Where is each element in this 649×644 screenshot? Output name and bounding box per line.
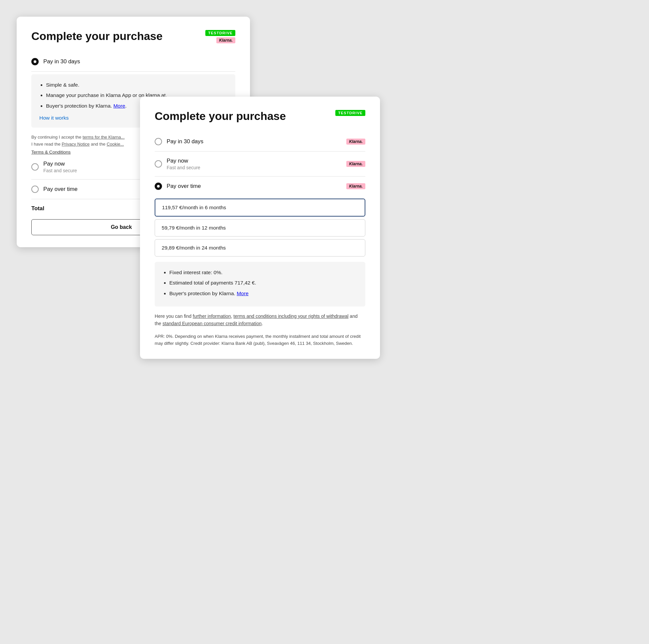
radio-payovertime-back[interactable] [31,186,39,193]
terms-conditions-withdrawal-link[interactable]: terms and conditions including your righ… [233,314,348,319]
bullet-interest: Fixed interest rate: 0%. [169,269,357,276]
klarna-logo-payovertime: Klarna. [346,183,365,189]
payovertime-bullet-list: Fixed interest rate: 0%. Estimated total… [163,269,357,297]
radio-pay30-front[interactable] [155,138,162,145]
testdrive-badge-front: TESTDRIVE [335,110,365,116]
consumer-credit-link[interactable]: standard European consumer credit inform… [162,321,261,326]
plan-option-6months[interactable]: 119,57 €/month in 6 months [155,198,365,217]
terms-klarna-link[interactable]: terms for the Klarna... [83,135,125,140]
plan-option-12months[interactable]: 59,79 €/month in 12 months [155,219,365,236]
bullet-total: Estimated total of payments 717,42 €. [169,279,357,286]
option-pay30-back[interactable]: Pay in 30 days [31,52,235,72]
option-paynow-back-content: Pay now Fast and secure [43,160,77,173]
back-card-badge-row: TESTDRIVE Klarna. [205,30,235,43]
plan-options: 119,57 €/month in 6 months 59,79 €/month… [155,198,365,257]
bullet-protection: Buyer's protection by Klarna. More [169,289,357,297]
option-payovertime-front[interactable]: Pay over time Klarna. [155,177,365,196]
option-pay30-front[interactable]: Pay in 30 days Klarna. [155,132,365,151]
radio-pay30-back[interactable] [31,58,39,65]
further-info-text: Here you can find further information, t… [155,313,365,327]
radio-paynow-front[interactable] [155,160,162,168]
payovertime-front-content: Pay over time [167,183,342,190]
cookie-link[interactable]: Cookie... [107,142,124,147]
testdrive-badge: TESTDRIVE [205,30,235,36]
front-card-badge-row: TESTDRIVE [335,110,365,116]
plan-option-24months[interactable]: 29,89 €/month in 24 months [155,239,365,257]
privacy-link[interactable]: Privacy Notice [62,142,90,147]
more-link-front[interactable]: More [237,290,248,296]
apr-text: APR: 0%. Depending on when Klarna receiv… [155,333,365,347]
front-card: Complete your purchase TESTDRIVE Pay in … [140,97,380,359]
how-it-works-link[interactable]: How it works [39,115,69,121]
paynow-front-content: Pay now Fast and secure [167,157,342,170]
more-link-back[interactable]: More [113,103,125,108]
radio-paynow-back[interactable] [31,163,39,171]
klarna-logo-paynow: Klarna. [346,161,365,167]
front-card-title: Complete your purchase [155,110,365,123]
radio-payovertime-front[interactable] [155,183,162,190]
back-card-title: Complete your purchase [31,30,235,43]
option-pay30-back-label: Pay in 30 days [43,58,80,65]
klarna-logo-back: Klarna. [216,37,235,43]
bullet-1: Simple & safe. [46,81,227,89]
payovertime-info-box: Fixed interest rate: 0%. Estimated total… [155,262,365,307]
further-information-link[interactable]: further information [193,314,231,319]
klarna-logo-pay30: Klarna. [346,139,365,145]
pay30-front-content: Pay in 30 days [167,138,342,145]
option-paynow-front[interactable]: Pay now Fast and secure Klarna. [155,151,365,177]
